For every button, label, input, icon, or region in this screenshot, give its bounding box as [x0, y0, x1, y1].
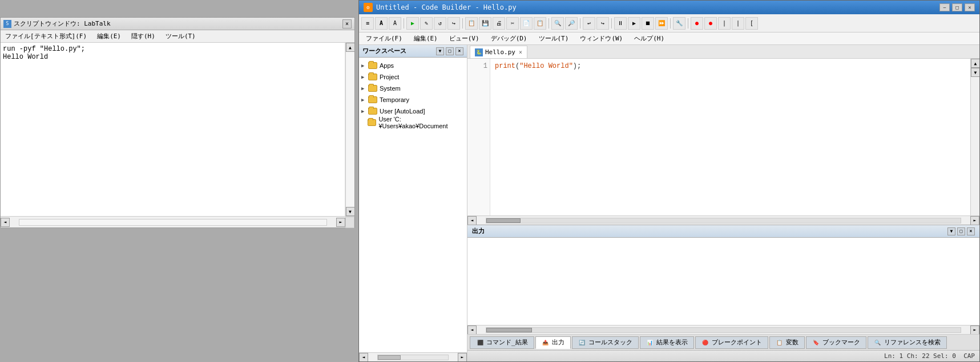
- script-menu-file[interactable]: ファイル[テキスト形式](F): [3, 31, 89, 41]
- editor-scroll-right[interactable]: ►: [970, 216, 979, 225]
- folder-icon-user-doc: [368, 119, 376, 126]
- toolbar-btn-undo[interactable]: ↺: [434, 17, 446, 30]
- output-close-btn[interactable]: ×: [967, 227, 975, 235]
- menu-tools[interactable]: ツール(T): [537, 34, 571, 43]
- toolbar-btn-search[interactable]: 🔍: [551, 17, 564, 30]
- menu-view[interactable]: ビュー(V): [447, 34, 482, 43]
- script-window-title-text: スクリプトウィンドウ: LabTalk: [14, 19, 111, 28]
- ws-scroll-track[interactable]: [377, 355, 449, 360]
- toolbar-btn-bracket[interactable]: [: [745, 17, 758, 30]
- output-tab-label: 出力: [552, 338, 564, 347]
- output-tab-command[interactable]: ⬛ コマンド_結果: [470, 336, 534, 349]
- toolbar-btn-3[interactable]: A: [389, 17, 401, 30]
- toolbar-btn-config[interactable]: 🔧: [673, 17, 685, 30]
- output-h-thumb[interactable]: [486, 328, 532, 332]
- output-h-track[interactable]: [486, 327, 961, 333]
- toolbar-btn-extra2[interactable]: |: [732, 17, 744, 30]
- toolbar-btn-cut[interactable]: ✂: [506, 17, 519, 30]
- script-menu-tools[interactable]: ツール(T): [163, 31, 198, 41]
- ws-scroll-thumb[interactable]: [378, 355, 401, 360]
- output-tab-breakpoint[interactable]: 🔴 ブレークポイント: [695, 336, 768, 349]
- editor-scroll-up[interactable]: ▲: [971, 59, 979, 68]
- folder-icon-project: [368, 74, 377, 80]
- maximize-button[interactable]: □: [952, 3, 962, 11]
- editor-tab-hello-py[interactable]: 🐍 Hello.py ×: [470, 46, 527, 58]
- tree-item-project[interactable]: ▶ Project: [359, 71, 467, 83]
- editor-h-track[interactable]: [486, 218, 961, 223]
- toolbar-btn-extra1[interactable]: |: [718, 17, 731, 30]
- toolbar-btn-pause[interactable]: ⏸: [614, 17, 627, 30]
- toolbar-btn-back[interactable]: ↩: [583, 17, 595, 30]
- toolbar-btn-step[interactable]: ▶: [628, 17, 640, 30]
- editor-scroll-left[interactable]: ◄: [467, 216, 477, 225]
- tree-item-system[interactable]: ▶ System: [359, 83, 467, 94]
- tab-close-button[interactable]: ×: [519, 49, 522, 55]
- toolbar-btn-print[interactable]: 🖨: [493, 17, 505, 30]
- editor-vertical-scrollbar[interactable]: ▲ ▼: [970, 59, 979, 215]
- scroll-right-button[interactable]: ►: [336, 218, 345, 227]
- output-scroll-right[interactable]: ►: [970, 326, 979, 335]
- workspace-tree[interactable]: ▶ Apps ▶ Project ▶ System ▶ Temp: [359, 58, 467, 352]
- script-menu-edit[interactable]: 編集(E): [95, 31, 123, 41]
- toolbar-btn-1[interactable]: ≡: [361, 17, 374, 30]
- script-window-close-button[interactable]: ×: [342, 19, 352, 29]
- menu-help[interactable]: ヘルプ(H): [632, 34, 667, 43]
- output-minimize-btn[interactable]: ▼: [947, 227, 955, 235]
- editor-horizontal-scrollbar[interactable]: ◄ ►: [467, 215, 979, 225]
- workspace-minimize-btn[interactable]: ▼: [436, 47, 444, 55]
- output-float-btn[interactable]: □: [957, 227, 965, 235]
- toolbar-btn-copy[interactable]: 📋: [465, 17, 478, 30]
- toolbar-btn-fast[interactable]: ⏩: [655, 17, 668, 30]
- tree-item-user-doc[interactable]: User 'C:¥Users¥akao¥Document: [359, 117, 467, 128]
- menu-edit[interactable]: 編集(E): [412, 34, 440, 43]
- output-horizontal-scrollbar[interactable]: ◄ ►: [467, 325, 979, 334]
- toolbar-btn-run[interactable]: ▶: [406, 17, 419, 30]
- tree-item-user-autoload[interactable]: ▶ User [AutoLoad]: [359, 105, 467, 117]
- toolbar-btn-red2[interactable]: ●: [704, 17, 717, 30]
- scroll-down-button[interactable]: ▼: [346, 207, 355, 216]
- menu-debug[interactable]: デバッグ(D): [489, 34, 530, 43]
- output-tab-callstack[interactable]: 🔄 コールスタック: [572, 336, 639, 349]
- output-tab-variable[interactable]: 📋 変数: [769, 336, 805, 349]
- ws-scroll-right-btn[interactable]: ►: [458, 353, 467, 362]
- scroll-left-button[interactable]: ◄: [1, 218, 10, 227]
- toolbar-btn-zoom[interactable]: 🔎: [565, 17, 578, 30]
- editor-h-thumb[interactable]: [486, 218, 521, 223]
- script-vertical-scrollbar[interactable]: ▲ ▼: [345, 43, 354, 216]
- close-button[interactable]: ×: [965, 3, 975, 11]
- script-horizontal-scrollbar[interactable]: ◄ ►: [1, 217, 345, 227]
- output-tab-results[interactable]: 📊 結果を表示: [640, 336, 694, 349]
- workspace-scrollbar[interactable]: ◄ ►: [359, 352, 467, 361]
- tree-item-temporary[interactable]: ▶ Temporary: [359, 94, 467, 105]
- ws-scroll-left-btn[interactable]: ◄: [359, 353, 368, 362]
- output-scroll-left[interactable]: ◄: [467, 326, 477, 335]
- toolbar-btn-stop[interactable]: ⏹: [642, 17, 654, 30]
- output-tab-find-ref[interactable]: 🔍 リファレンスを検索: [868, 336, 947, 349]
- toolbar-separator-4: [580, 18, 580, 29]
- scroll-up-button[interactable]: ▲: [346, 43, 355, 52]
- toolbar-btn-red1[interactable]: ●: [691, 17, 703, 30]
- script-menu-hide[interactable]: 隠す(H): [129, 31, 158, 41]
- workspace-float-btn[interactable]: □: [446, 47, 454, 55]
- scroll-track[interactable]: [346, 52, 354, 207]
- code-area[interactable]: print("Hello World");: [490, 59, 970, 215]
- output-tab-bookmark[interactable]: 🔖 ブックマーク: [806, 336, 866, 349]
- toolbar-btn-new[interactable]: 📄: [520, 17, 533, 30]
- workspace-close-btn[interactable]: ×: [455, 47, 463, 55]
- toolbar-separator-2: [462, 18, 463, 29]
- toolbar-btn-paste[interactable]: 📋: [534, 17, 546, 30]
- editor-scroll-down[interactable]: ▼: [971, 68, 979, 77]
- menu-file[interactable]: ファイル(F): [364, 34, 405, 43]
- scroll-h-track[interactable]: [19, 219, 327, 226]
- toolbar-btn-edit[interactable]: ✎: [420, 17, 433, 30]
- menu-window[interactable]: ウィンドウ(W): [578, 34, 625, 43]
- toolbar-btn-2[interactable]: A: [375, 17, 388, 30]
- output-tab-output[interactable]: 📤 出力: [535, 336, 571, 349]
- toolbar-btn-redo[interactable]: ↪: [447, 17, 460, 30]
- output-content[interactable]: [467, 238, 979, 325]
- minimize-button[interactable]: −: [939, 3, 950, 11]
- script-text-area[interactable]: run -pyf "Hello.py"; Hello World: [1, 43, 345, 216]
- toolbar-btn-forward[interactable]: ↪: [596, 17, 609, 30]
- tree-item-apps[interactable]: ▶ Apps: [359, 60, 467, 71]
- toolbar-btn-save[interactable]: 💾: [479, 17, 491, 30]
